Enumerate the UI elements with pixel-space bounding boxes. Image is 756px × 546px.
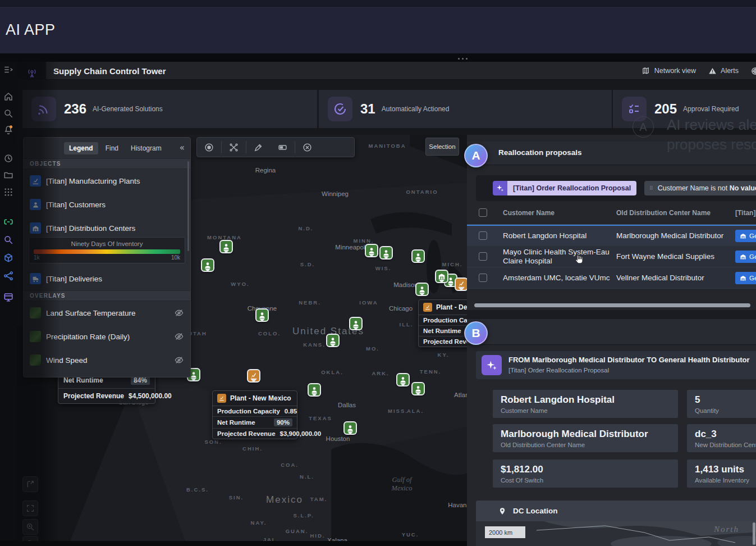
legend-scrollbar[interactable] [187,161,189,251]
plant-marker[interactable] [455,277,467,291]
warehouse-marker[interactable] [435,270,448,283]
legend-item-deliveries[interactable]: [Titan] Deliveries [24,267,190,290]
plant-icon [30,175,41,186]
proposal-banner[interactable]: FROM Marlborough Medical Distributor TO … [476,351,756,379]
overlay-item-precipitation-rate[interactable]: Precipitation Rate (Daily) [24,325,190,348]
left-sidebar [0,62,17,546]
zoom-out-button[interactable] [22,536,38,541]
app-window: AI APP S [0,0,756,546]
overlay-item-wind-speed[interactable]: Wind Speed [24,348,190,372]
proposal-type-chip[interactable]: [Titan] Order Reallocation Proposal [493,181,636,195]
history-icon[interactable] [3,153,13,163]
new-dc-chip[interactable]: General Health Distributor [735,230,756,242]
new-dc-chip[interactable]: General Health Distributor [735,272,756,284]
eye-off-icon[interactable] [175,356,184,365]
panel-scrollbar[interactable] [753,522,755,545]
customer-marker[interactable] [396,373,410,386]
cube-icon[interactable] [3,253,13,263]
object-search-icon[interactable] [3,235,13,245]
menu-expand-icon[interactable] [3,65,13,75]
zoom-in-button[interactable] [22,519,38,535]
alerts-button[interactable]: Alerts [708,67,739,75]
pen-tool-icon[interactable] [254,143,263,152]
lasso-nodes-tool-icon[interactable] [229,143,239,152]
background-hint-text: proposes resol [667,136,756,153]
customer-marker[interactable] [365,244,378,257]
row-checkbox[interactable] [479,231,487,240]
kpi-label: Approval Required [683,105,739,113]
pipeline-icon[interactable] [3,217,13,227]
legend-panel: Legend Find Histogram « OBJECTS [Titan] … [23,137,191,377]
network-nodes-icon[interactable] [3,271,13,281]
selection-mode-button[interactable]: Selection [425,138,459,156]
data-table-icon[interactable] [3,292,13,302]
fit-bounds-button[interactable] [22,476,38,492]
apps-grid-icon[interactable] [3,187,13,197]
legend-item-manufacturing-plants[interactable]: [Titan] Manufacturing Plants [24,169,190,193]
customer-marker[interactable] [219,240,233,253]
page-title: Supply Chain Control Tower [53,66,166,76]
eye-off-icon[interactable] [175,332,184,341]
dc-location-map[interactable]: 2000 km North [476,521,756,546]
field-old-dc: Marlborough Medical DistributorOld Distr… [493,424,678,452]
table-row[interactable]: Robert Langdon Hospital Marlborough Medi… [467,225,756,246]
expand-button[interactable] [22,501,38,516]
folder-icon[interactable] [3,170,13,180]
table-horizontal-scrollbar[interactable] [474,303,750,307]
table-row[interactable]: Mayo Clinic Health System-Eau Claire Hos… [467,246,756,267]
background-hint-badge: A [633,116,654,138]
legend-item-distribution-centers[interactable]: [Titan] Distribution Centers [24,216,190,236]
drag-handle-icon[interactable] [458,58,468,60]
tab-find[interactable]: Find [100,142,123,154]
overlay-item-population-density[interactable]: Population Density (2020) [24,372,190,377]
table-row[interactable]: Amsterdam UMC, locatie VUmc Vellner Medi… [467,267,756,289]
dc-location-header[interactable]: DC Location [476,501,756,521]
collapse-panel-icon[interactable]: « [180,143,185,153]
tab-legend[interactable]: Legend [64,142,98,154]
new-dc-chip[interactable]: General Health Distributor [735,251,756,263]
rectangle-tool-icon[interactable] [278,143,287,152]
field-customer-name: Robert Langdon HospitalCustomer Name [493,390,678,418]
overlay-thumbnail-icon [30,354,41,366]
customer-marker[interactable] [255,308,269,322]
customer-marker[interactable] [326,334,340,347]
filter-condition-chip[interactable]: ⠿ Customer Name is not No value ✕ [644,181,756,195]
kpi-label: Automatically Actioned [382,105,450,113]
customer-marker[interactable] [343,421,357,435]
eye-off-icon[interactable] [175,308,184,317]
field-quantity: 5Quantity [687,390,756,418]
home-icon[interactable] [3,92,13,102]
pin-icon [498,507,506,515]
select-circle-tool-icon[interactable] [204,143,214,152]
app-title: AI APP [6,21,56,39]
row-checkbox[interactable] [479,252,487,261]
signal-icon [31,97,56,121]
legend-item-customers[interactable]: [Titan] Customers [24,193,190,216]
customer-marker[interactable] [308,383,321,397]
select-all-checkbox[interactable] [479,208,487,217]
customer-marker[interactable] [201,258,214,272]
sparkle-icon [493,181,507,195]
ai-sparkle-icon [482,355,502,375]
kpi-label: AI-Generated Solutions [93,105,163,113]
map-canvas[interactable]: Selection Net Runtime84% Projected Reven… [17,135,467,541]
customer-marker[interactable] [349,317,363,330]
notifications-bell-icon[interactable] [3,125,13,135]
plant-marker[interactable] [247,369,260,383]
warehouse-icon [740,275,746,281]
clear-selection-icon[interactable] [303,143,312,152]
mini-map-label: North [714,525,739,534]
map-scale: 2000 km [485,526,525,538]
customer-marker[interactable] [411,249,425,263]
customer-marker[interactable] [379,246,393,260]
network-view-button[interactable]: Network view [642,67,696,75]
customer-marker[interactable] [411,382,425,395]
plant-icon [423,303,432,312]
overlay-item-land-surface-temperature[interactable]: Land Surface Temperature [24,301,190,325]
search-icon[interactable] [3,108,13,119]
globe-icon[interactable] [751,67,756,75]
row-checkbox[interactable] [479,274,487,282]
tab-histogram[interactable]: Histogram [126,142,167,154]
proposal-subtitle: [Titan] Order Reallocation Proposal [508,367,609,374]
customer-marker[interactable] [415,283,429,296]
